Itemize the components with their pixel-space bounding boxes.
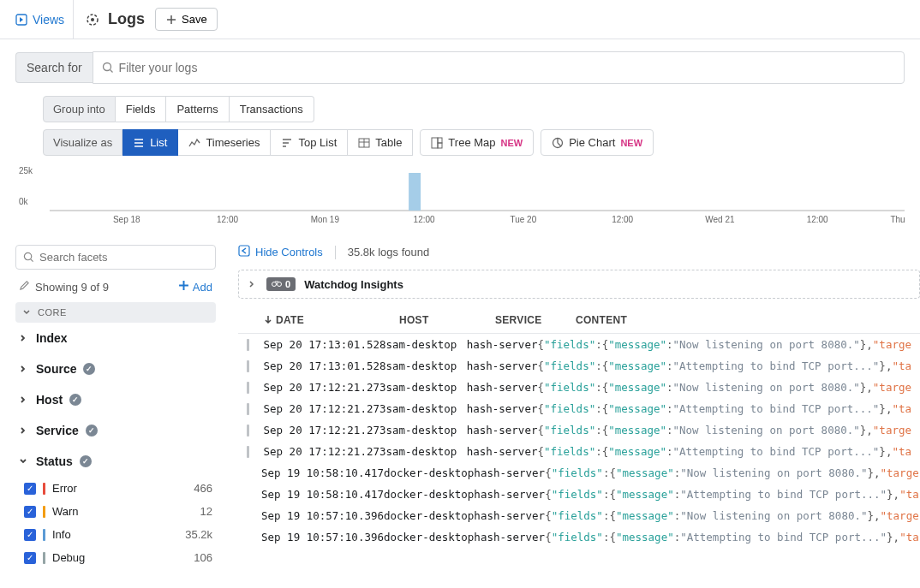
checkbox-checked[interactable]: ✓ [24, 506, 36, 518]
cell-host: docker-desktop [384, 509, 474, 522]
facet-group-index[interactable]: Index [15, 323, 216, 353]
search-row: Search for [0, 39, 920, 92]
facet-group-host[interactable]: Host✓ [15, 384, 216, 415]
cell-content: {"fields":{"message":"Now listening on p… [537, 424, 911, 437]
cell-host: docker-desktop [384, 466, 474, 479]
cell-host: sam-desktop [386, 381, 467, 394]
viz-treemap-button[interactable]: Tree Map NEW [420, 129, 534, 156]
cell-content: {"fields":{"message":"Attempting to bind… [537, 402, 911, 415]
col-header-service[interactable]: SERVICE [495, 314, 576, 326]
cell-content: {"fields":{"message":"Attempting to bind… [545, 531, 919, 543]
list-icon [133, 137, 145, 149]
viz-list-button[interactable]: List [122, 129, 178, 156]
log-level-indicator [247, 339, 249, 351]
table-row[interactable]: Sep 20 17:12:21.273sam-desktophash-serve… [238, 441, 920, 462]
facet-group-source[interactable]: Source✓ [15, 353, 216, 384]
table-row[interactable]: Sep 19 10:58:10.417docker-desktophash-se… [238, 462, 920, 484]
checkbox-checked[interactable]: ✓ [24, 529, 36, 541]
cell-content: {"fields":{"message":"Now listening on p… [537, 338, 911, 351]
cell-host: docker-desktop [384, 488, 474, 501]
cell-date: Sep 20 17:13:01.528 [264, 359, 386, 372]
viz-toplist-button[interactable]: Top List [271, 129, 348, 156]
status-color-bar [43, 529, 45, 541]
svg-text:Sep 18: Sep 18 [113, 215, 140, 224]
log-level-indicator [247, 382, 249, 394]
status-count: 35.2k [185, 528, 212, 541]
viz-piechart-button[interactable]: Pie Chart NEW [541, 129, 654, 156]
cell-service: hash-server [467, 402, 538, 415]
status-color-bar [43, 483, 45, 495]
checkbox-checked[interactable]: ✓ [24, 552, 36, 564]
cell-content: {"fields":{"message":"Attempting to bind… [537, 445, 911, 458]
cell-host: sam-desktop [386, 359, 467, 372]
add-facet-button[interactable]: Add [178, 280, 212, 294]
status-row-error[interactable]: ✓Error466 [15, 477, 216, 500]
cell-content: {"fields":{"message":"Attempting to bind… [537, 359, 911, 372]
cell-date: Sep 20 17:12:21.273 [264, 402, 386, 415]
visualize-as-label: Visualize as [43, 129, 122, 156]
status-row-info[interactable]: ✓Info35.2k [15, 523, 216, 546]
logs-found-label: 35.8k logs found [348, 246, 429, 258]
group-patterns-button[interactable]: Patterns [166, 96, 229, 122]
table-row[interactable]: Sep 19 10:57:10.396docker-desktophash-se… [238, 526, 920, 548]
table-row[interactable]: Sep 20 17:12:21.273sam-desktophash-serve… [238, 377, 920, 398]
svg-text:12:00: 12:00 [414, 215, 435, 224]
viz-table-button[interactable]: Table [348, 129, 413, 156]
views-button[interactable]: Views [7, 0, 74, 39]
chevron-down-icon [22, 308, 33, 317]
group-transactions-button[interactable]: Transactions [230, 96, 314, 122]
table-row[interactable]: Sep 19 10:58:10.417docker-desktophash-se… [238, 484, 920, 505]
status-row-debug[interactable]: ✓Debug106 [15, 546, 216, 569]
chevron-right-icon [19, 334, 29, 342]
new-badge: NEW [501, 138, 523, 148]
cell-host: sam-desktop [386, 338, 467, 351]
facet-group-status[interactable]: Status ✓ [15, 446, 216, 477]
status-row-warn[interactable]: ✓Warn12 [15, 500, 216, 523]
divider [335, 246, 336, 259]
group-row: Group into Fields Patterns Transactions [0, 92, 920, 126]
core-section-header[interactable]: CORE [15, 302, 216, 323]
table-row[interactable]: Sep 19 10:57:10.396docker-desktophash-se… [238, 505, 920, 526]
viz-timeseries-button[interactable]: Timeseries [178, 129, 271, 156]
status-color-bar [43, 552, 45, 564]
search-input-wrap[interactable] [93, 51, 905, 84]
cell-service: hash-server [467, 424, 538, 437]
logs-icon [84, 11, 101, 28]
chart-bar[interactable] [409, 173, 421, 211]
group-fields-button[interactable]: Fields [116, 96, 167, 122]
cell-content: {"fields":{"message":"Now listening on p… [537, 381, 911, 394]
check-circle-icon: ✓ [69, 394, 81, 406]
table-row[interactable]: Sep 20 17:12:21.273sam-desktophash-serve… [238, 398, 920, 419]
cell-service: hash-server [474, 531, 545, 543]
facet-search-input[interactable] [39, 251, 208, 264]
cell-service: hash-server [467, 381, 538, 394]
table-row[interactable]: Sep 20 17:13:01.528sam-desktophash-serve… [238, 334, 920, 355]
svg-point-3 [103, 63, 111, 71]
col-header-content[interactable]: CONTENT [576, 314, 911, 326]
svg-text:Tue 20: Tue 20 [511, 215, 537, 224]
search-input[interactable] [114, 54, 895, 81]
group-into-label: Group into [43, 96, 116, 122]
search-for-label: Search for [15, 52, 93, 83]
col-header-host[interactable]: HOST [399, 314, 495, 326]
hide-controls-button[interactable]: Hide Controls [238, 245, 323, 259]
table-row[interactable]: Sep 20 17:12:21.273sam-desktophash-serve… [238, 419, 920, 441]
checkbox-checked[interactable]: ✓ [24, 483, 36, 495]
svg-rect-20 [239, 246, 249, 256]
col-header-date[interactable]: DATE [264, 314, 399, 326]
table-row[interactable]: Sep 20 17:13:01.528sam-desktophash-serve… [238, 355, 920, 377]
table-icon [358, 137, 370, 149]
facet-search-wrap[interactable] [15, 245, 216, 270]
svg-text:12:00: 12:00 [807, 215, 828, 224]
cell-service: hash-server [474, 509, 545, 522]
chevron-right-icon [19, 426, 29, 435]
cell-host: sam-desktop [386, 424, 467, 437]
sort-down-icon [264, 314, 272, 326]
facet-group-service[interactable]: Service✓ [15, 415, 216, 446]
cell-date: Sep 19 10:57:10.396 [261, 531, 384, 543]
histogram-chart[interactable]: 25k 0k Sep 18 12:00 Mon 19 12:00 Tue 20 … [0, 159, 920, 233]
watchdog-insights-row[interactable]: 0 Watchdog Insights [238, 270, 920, 299]
top-bar: Views Logs Save [0, 0, 920, 39]
search-icon [102, 62, 114, 74]
save-button[interactable]: Save [155, 8, 218, 31]
